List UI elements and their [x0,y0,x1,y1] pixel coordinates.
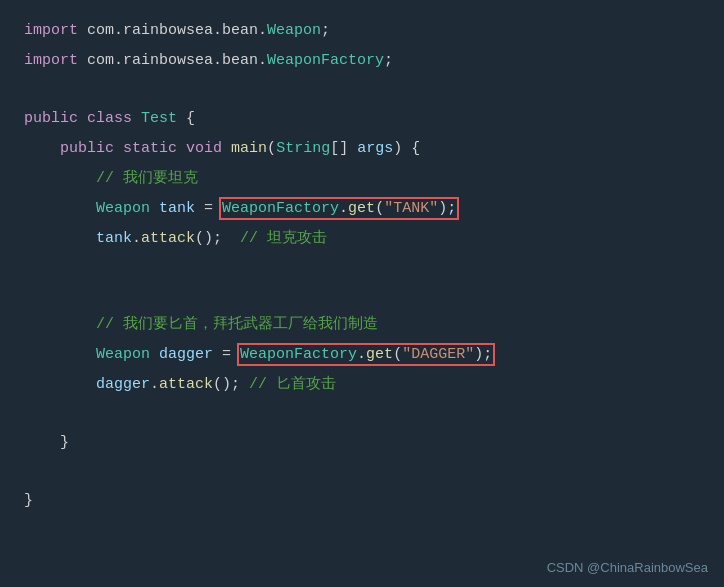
highlight-dagger: WeaponFactory.get("DAGGER"); [240,346,492,363]
line-15-content: } [14,429,69,457]
code-line-7: Weapon tank = WeaponFactory.get("TANK"); [0,194,724,224]
highlight-tank: WeaponFactory.get("TANK"); [222,200,456,217]
code-line-4: public class Test { [0,104,724,134]
code-line-11: // 我们要匕首，拜托武器工厂给我们制造 [0,310,724,340]
line-4-content: public class Test { [14,105,195,133]
line-8-content: tank.attack(); // 坦克攻击 [14,225,327,253]
line-1-content: import com.rainbowsea.bean.Weapon; [14,17,330,45]
line-6-content: // 我们要坦克 [14,165,198,193]
code-line-15: } [0,428,724,458]
code-line-16 [0,458,724,486]
code-line-12: Weapon dagger = WeaponFactory.get("DAGGE… [0,340,724,370]
code-editor: import com.rainbowsea.bean.Weapon; impor… [0,0,724,587]
code-line-13: dagger.attack(); // 匕首攻击 [0,370,724,400]
code-line-2: import com.rainbowsea.bean.WeaponFactory… [0,46,724,76]
line-5-content: public static void main(String[] args) { [14,135,420,163]
code-line-14 [0,400,724,428]
line-17-content: } [14,487,33,515]
code-line-10 [0,282,724,310]
line-13-content: dagger.attack(); // 匕首攻击 [14,371,336,399]
code-line-6: // 我们要坦克 [0,164,724,194]
line-12-content: Weapon dagger = WeaponFactory.get("DAGGE… [14,341,492,369]
code-line-8: tank.attack(); // 坦克攻击 [0,224,724,254]
code-line-1: import com.rainbowsea.bean.Weapon; [0,16,724,46]
watermark: CSDN @ChinaRainbowSea [547,560,708,575]
code-line-5: public static void main(String[] args) { [0,134,724,164]
line-7-content: Weapon tank = WeaponFactory.get("TANK"); [14,195,456,223]
line-2-content: import com.rainbowsea.bean.WeaponFactory… [14,47,393,75]
code-line-17: } [0,486,724,516]
line-11-content: // 我们要匕首，拜托武器工厂给我们制造 [14,311,378,339]
code-line-3 [0,76,724,104]
code-line-9 [0,254,724,282]
